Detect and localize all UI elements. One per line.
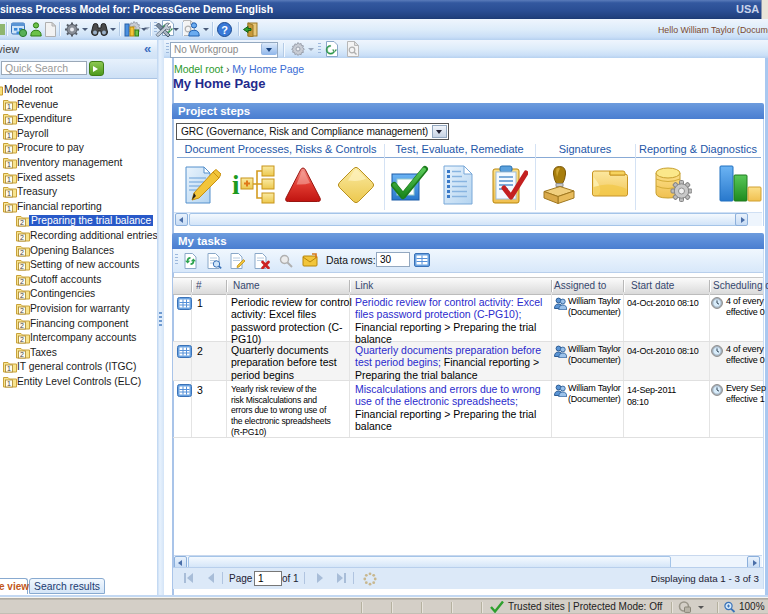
svg-text:2: 2 [20,307,24,314]
svg-text:1: 1 [7,146,11,153]
svg-text:2: 2 [20,351,24,358]
svg-text:2: 2 [20,249,24,256]
svg-text:2: 2 [20,322,24,329]
svg-text:2: 2 [20,278,24,285]
svg-text:1: 1 [7,365,11,372]
svg-text:1: 1 [7,132,11,139]
svg-text:?: ? [221,24,228,36]
svg-text:2: 2 [20,292,24,299]
svg-text:1: 1 [7,176,11,183]
svg-text:1: 1 [7,380,11,387]
svg-text:2: 2 [20,234,24,241]
svg-text:1: 1 [7,103,11,110]
svg-text:1: 1 [7,161,11,168]
svg-text:2: 2 [20,336,24,343]
svg-text:2: 2 [20,263,24,270]
svg-text:1: 1 [7,205,11,212]
svg-text:1: 1 [7,117,11,124]
svg-text:1: 1 [7,190,11,197]
svg-text:i: i [232,170,240,200]
svg-text:2: 2 [20,219,24,226]
